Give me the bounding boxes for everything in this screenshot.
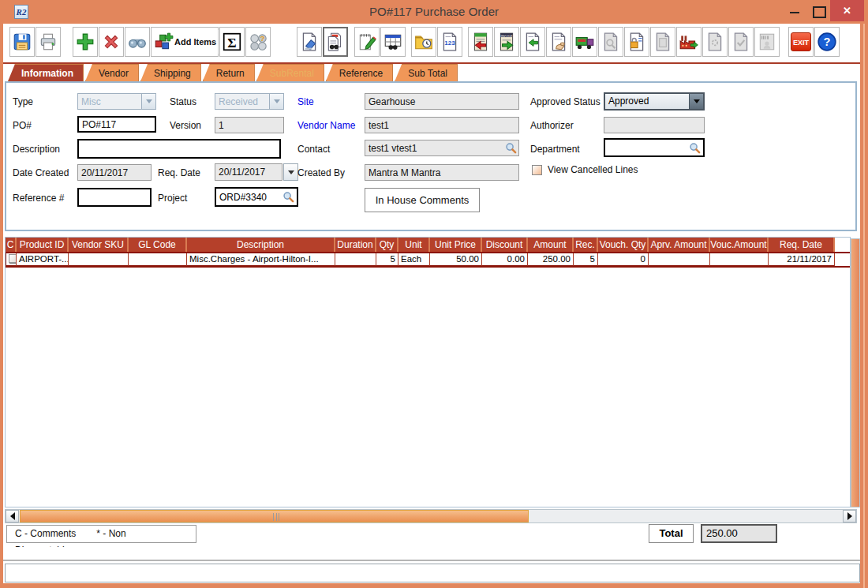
column-header-rec[interactable]: Rec. (574, 238, 598, 253)
type-combo[interactable]: Misc (77, 93, 156, 110)
scroll-left-arrow[interactable] (6, 510, 19, 522)
cell-duration (335, 253, 376, 267)
column-header-unit[interactable]: Unit (398, 238, 430, 253)
browse-grid-button[interactable] (380, 27, 406, 57)
tab-bar: InformationVendorShippingReturnSubRental… (3, 62, 860, 81)
availability-button[interactable]: ? (245, 27, 271, 57)
contact-field[interactable] (365, 140, 519, 156)
column-header-c[interactable]: C (6, 238, 17, 253)
search-icon[interactable] (282, 191, 294, 203)
export-document-button[interactable] (520, 27, 545, 57)
document-search-button[interactable] (598, 27, 623, 57)
view-documents-button[interactable] (323, 27, 348, 57)
date-created-label: Date Created (13, 167, 69, 178)
history-folder-button[interactable] (411, 27, 436, 57)
req-date-combo[interactable] (215, 163, 298, 181)
print-icon (38, 32, 58, 52)
sum-button[interactable]: Σ (219, 27, 245, 57)
chevron-down-icon[interactable] (283, 163, 298, 181)
secure-document-button[interactable] (624, 27, 649, 57)
svg-text:Σ: Σ (227, 36, 236, 51)
add-button[interactable] (73, 27, 98, 57)
tab-reference[interactable]: Reference (326, 64, 393, 81)
invoice-icon: INVOICE (496, 32, 517, 52)
view-cancelled-lines-checkbox[interactable] (532, 165, 542, 175)
scroll-right-arrow[interactable] (843, 510, 856, 522)
tab-information[interactable]: Information (8, 64, 84, 81)
factory-button[interactable] (676, 27, 702, 57)
cell-vouc_amount (710, 253, 769, 267)
close-button[interactable]: ✕ (830, 0, 864, 21)
project-field[interactable] (215, 187, 298, 207)
in-house-comments-button[interactable]: In House Comments (365, 188, 480, 212)
status-combo[interactable]: Received (215, 93, 284, 110)
clear-document-button[interactable] (297, 27, 322, 57)
column-header-gl_code[interactable]: GL Code (129, 238, 187, 253)
row-comment-box[interactable] (9, 254, 17, 263)
invoice-in-button[interactable] (468, 27, 493, 57)
tab-vendor[interactable]: Vendor (85, 64, 139, 81)
tab-shipping[interactable]: Shipping (140, 64, 201, 81)
document-check-button[interactable] (728, 27, 754, 57)
document-copy-icon (653, 32, 673, 52)
toolbar-separator (62, 27, 73, 57)
column-header-req_date[interactable]: Req. Date (769, 238, 835, 253)
dispatch-button[interactable] (572, 27, 597, 57)
column-header-description[interactable]: Description (187, 238, 335, 253)
search-icon[interactable] (505, 142, 517, 154)
approved-status-label: Approved Status (530, 96, 600, 107)
document-copy-button[interactable] (650, 27, 675, 57)
receive-document-icon (548, 32, 569, 52)
cell-req_date: 21/11/2017 (769, 253, 835, 267)
legend: C - Comments* - Non Discountable (6, 525, 196, 543)
column-header-unit_price[interactable]: Unit Price (430, 238, 482, 253)
column-header-qty[interactable]: Qty (376, 238, 398, 253)
po-number-input[interactable] (77, 116, 156, 133)
cell-qty: 5 (376, 253, 398, 267)
tab-return[interactable]: Return (203, 64, 255, 81)
minimize-button[interactable] (783, 0, 806, 21)
window-border-bottom (0, 583, 868, 588)
column-header-vouch_qty[interactable]: Vouch. Qty (598, 238, 649, 253)
tab-sub-total[interactable]: Sub Total (395, 64, 458, 81)
print-button[interactable] (36, 27, 61, 57)
created-by-field (365, 164, 519, 181)
add-items-button[interactable]: Add Items (151, 27, 219, 57)
column-header-discount[interactable]: Discount (482, 238, 528, 253)
find-button[interactable] (125, 27, 150, 57)
barcode-badge-button[interactable] (754, 27, 780, 57)
horizontal-scrollbar[interactable] (5, 509, 857, 523)
column-header-aprv_amount[interactable]: Aprv. Amount (649, 238, 710, 253)
toolbar-separator (780, 27, 788, 57)
scrollbar-thumb[interactable] (20, 510, 529, 522)
column-header-vendor_sku[interactable]: Vendor SKU (69, 238, 129, 253)
reference-number-input[interactable] (77, 188, 152, 207)
delete-button[interactable] (99, 27, 124, 57)
search-icon[interactable] (689, 142, 701, 154)
vertical-scrollbar[interactable] (851, 238, 860, 507)
description-input[interactable] (77, 139, 281, 159)
approved-status-combo[interactable]: Approved (604, 92, 705, 110)
save-button[interactable] (9, 27, 35, 57)
edit-notes-button[interactable] (354, 27, 380, 57)
clear-document-icon (299, 32, 320, 52)
column-header-product_id[interactable]: Product ID (17, 238, 69, 253)
maximize-button[interactable] (806, 0, 830, 21)
help-button[interactable]: ? (814, 27, 840, 57)
table-row[interactable]: AIRPORT-...Misc.Charges - Airport-Hilton… (6, 253, 851, 267)
column-header-amount[interactable]: Amount (528, 238, 574, 253)
document-settings-button[interactable] (702, 27, 728, 57)
receive-document-button[interactable] (546, 27, 571, 57)
message-bar (5, 564, 860, 582)
invoice-button[interactable]: INVOICE (494, 27, 519, 57)
cell-vouch_qty: 0 (598, 253, 649, 267)
svg-text:?: ? (824, 36, 831, 48)
column-header-vouc_amount[interactable]: Vouc.Amount (710, 238, 769, 253)
document-settings-icon (705, 32, 725, 52)
department-field[interactable] (604, 138, 705, 157)
exit-button[interactable]: EXIT (788, 27, 814, 57)
numbers-document-button[interactable]: 123 (437, 27, 462, 57)
legend-comments: C - Comments (15, 528, 76, 539)
column-header-duration[interactable]: Duration (335, 238, 376, 253)
total-value-field: 250.00 (701, 524, 777, 543)
